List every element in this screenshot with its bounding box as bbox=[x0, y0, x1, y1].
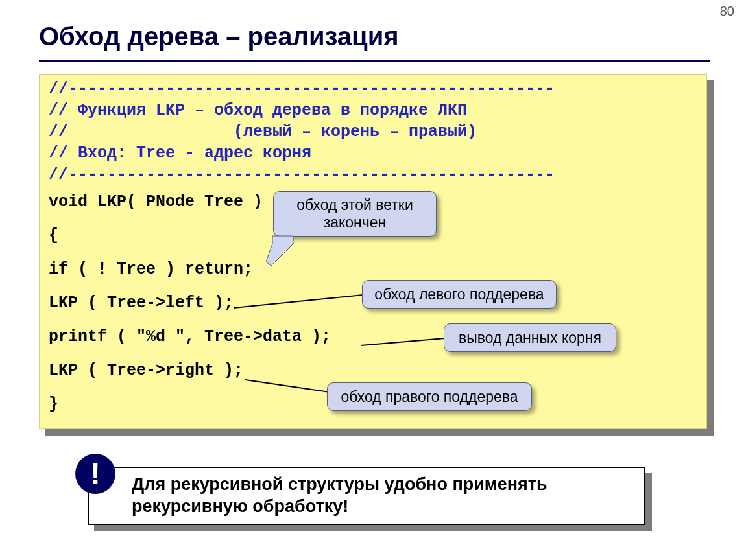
callout-pointer-icon bbox=[245, 378, 330, 395]
callout-text: вывод данных корня bbox=[459, 329, 601, 347]
callout-pointer-icon bbox=[234, 292, 363, 311]
note-text: Для рекурсивной структуры удобно применя… bbox=[89, 474, 644, 518]
code-comment-line: // Вход: Tree - адрес корня bbox=[49, 144, 311, 163]
callout-left-subtree: обход левого поддерева bbox=[362, 280, 557, 309]
callout-root-data: вывод данных корня bbox=[444, 323, 616, 352]
slide-title: Обход дерева – реализация bbox=[39, 22, 399, 51]
callout-pointer-icon bbox=[361, 334, 445, 347]
note-box: Для рекурсивной структуры удобно применя… bbox=[88, 467, 645, 525]
slide: 80 Обход дерева – реализация //---------… bbox=[0, 0, 746, 560]
svg-marker-0 bbox=[266, 236, 293, 266]
callout-right-subtree: обход правого поддерева bbox=[327, 382, 532, 411]
callout-text: обход левого поддерева bbox=[374, 286, 544, 303]
code-box: //--------------------------------------… bbox=[39, 74, 707, 429]
code-content: //--------------------------------------… bbox=[49, 78, 555, 421]
svg-line-3 bbox=[245, 380, 330, 392]
callout-pointer-icon bbox=[266, 235, 296, 267]
callout-text: обход этой ветки закончен bbox=[284, 196, 426, 231]
svg-line-1 bbox=[234, 295, 363, 308]
code-comment-line: //--------------------------------------… bbox=[49, 165, 555, 184]
code-comment-line: // Функция LKP – обход дерева в порядке … bbox=[49, 101, 467, 120]
title-underline bbox=[39, 60, 710, 62]
code-comment-line: // (левый – корень – правый) bbox=[49, 122, 477, 141]
exclamation-icon: ! bbox=[75, 454, 115, 494]
callout-text: обход правого поддерева bbox=[341, 388, 518, 406]
code-comment-line: //--------------------------------------… bbox=[49, 80, 555, 99]
callout-branch-done: обход этой ветки закончен bbox=[273, 191, 437, 237]
page-number: 80 bbox=[720, 4, 734, 19]
svg-line-2 bbox=[361, 338, 445, 345]
